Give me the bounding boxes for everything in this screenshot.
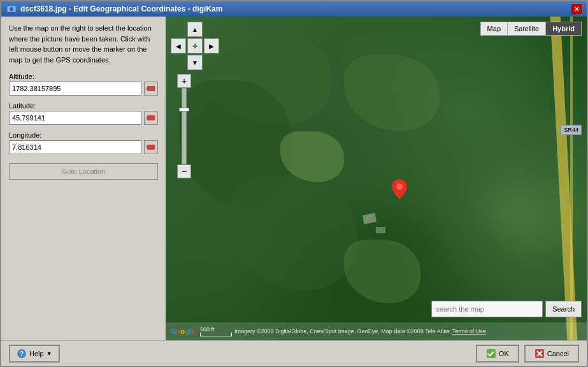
main-content: Use the map on the right to select the l… xyxy=(1,17,587,340)
longitude-input[interactable] xyxy=(9,140,141,154)
cancel-icon xyxy=(534,349,545,359)
app-icon xyxy=(6,4,17,14)
road xyxy=(550,17,578,340)
altitude-input[interactable] xyxy=(9,82,141,96)
zoom-slider[interactable] xyxy=(182,88,187,164)
window-title: dscf3618.jpg - Edit Geographical Coordin… xyxy=(20,4,222,13)
scale-label: 500 ft xyxy=(200,326,215,333)
map-image: SR44 SR44 xyxy=(166,17,587,340)
titlebar: dscf3618.jpg - Edit Geographical Coordin… xyxy=(1,1,587,17)
nav-controls: ▲ ◀ ✛ ▶ ▼ xyxy=(171,22,219,70)
pin-icon xyxy=(392,179,407,199)
cancel-label: Cancel xyxy=(547,350,569,357)
left-panel: Use the map on the right to select the l… xyxy=(1,17,166,340)
google-logo: G o o g l e xyxy=(171,327,195,335)
terrain-patch xyxy=(344,240,420,303)
bottom-bar: ? Help ▼ OK Cancel xyxy=(1,340,587,366)
titlebar-left: dscf3618.jpg - Edit Geographical Coordin… xyxy=(6,4,222,14)
action-buttons: OK Cancel xyxy=(476,345,579,363)
zoom-controls: + − xyxy=(177,74,191,178)
nav-empty-tl xyxy=(171,22,186,37)
building xyxy=(376,227,385,233)
latitude-input[interactable] xyxy=(9,111,141,125)
road-badge-top: SR44 xyxy=(561,125,582,135)
location-marker[interactable] xyxy=(392,179,407,199)
latitude-clear-button[interactable] xyxy=(144,111,158,125)
longitude-clear-button[interactable] xyxy=(144,140,158,154)
main-window: dscf3618.jpg - Edit Geographical Coordin… xyxy=(0,0,588,367)
map-view-controls: Map Satellite Hybrid xyxy=(480,22,582,36)
nav-right-button[interactable]: ▶ xyxy=(204,38,219,54)
altitude-clear-button[interactable] xyxy=(144,82,158,96)
help-button[interactable]: ? Help ▼ xyxy=(9,345,60,363)
goto-location-button[interactable]: Goto Location xyxy=(9,163,158,180)
terms-link[interactable]: Terms of Use xyxy=(452,328,486,335)
satellite-mode-button[interactable]: Satellite xyxy=(507,22,545,36)
scale-bar: 500 ft xyxy=(200,326,232,336)
cancel-button[interactable]: Cancel xyxy=(524,345,579,363)
longitude-label: Longitude: xyxy=(9,131,158,139)
search-button[interactable]: Search xyxy=(545,301,582,317)
clear-icon xyxy=(147,113,155,122)
ok-button[interactable]: OK xyxy=(476,345,519,363)
nav-empty-br xyxy=(204,55,219,70)
latitude-label: Latitude: xyxy=(9,102,158,110)
search-bar: Search xyxy=(431,301,582,317)
building xyxy=(362,213,376,224)
altitude-label: Altitude: xyxy=(9,73,158,80)
help-label: Help xyxy=(29,350,44,357)
svg-text:?: ? xyxy=(20,350,24,357)
search-input[interactable] xyxy=(431,301,543,317)
map-mode-button[interactable]: Map xyxy=(480,22,507,36)
nav-center-button[interactable]: ✛ xyxy=(187,38,203,54)
map-container[interactable]: SR44 SR44 Map Satellite Hybrid ▲ ◀ ✛ ▶ ▼ xyxy=(166,17,587,340)
altitude-field-group: Altitude: xyxy=(9,73,158,98)
longitude-field-group: Longitude: xyxy=(9,131,158,157)
help-icon: ? xyxy=(17,349,27,359)
clear-icon xyxy=(147,143,155,152)
nav-up-button[interactable]: ▲ xyxy=(187,22,203,37)
nav-down-button[interactable]: ▼ xyxy=(187,55,203,70)
help-arrow: ▼ xyxy=(47,350,52,357)
terrain-patch xyxy=(229,176,357,291)
latitude-field-group: Latitude: xyxy=(9,102,158,127)
svg-point-9 xyxy=(396,184,403,190)
hybrid-mode-button[interactable]: Hybrid xyxy=(545,22,582,36)
instructions-text: Use the map on the right to select the l… xyxy=(9,23,158,65)
terrain-patch xyxy=(344,55,440,131)
clear-icon xyxy=(147,84,155,93)
nav-empty-tr xyxy=(204,22,219,37)
scale-line xyxy=(200,333,232,336)
zoom-handle[interactable] xyxy=(179,108,189,112)
nav-left-button[interactable]: ◀ xyxy=(171,38,186,54)
latitude-row xyxy=(9,111,158,125)
close-button[interactable]: ✕ xyxy=(571,4,582,14)
zoom-out-button[interactable]: − xyxy=(177,164,191,178)
ok-icon xyxy=(486,349,496,359)
road-line xyxy=(570,17,573,340)
ok-label: OK xyxy=(499,350,509,357)
longitude-row xyxy=(9,140,158,154)
altitude-row xyxy=(9,82,158,96)
map-attribution: Imagery ©2008 DigitalGlobe, Cnes/Spot Im… xyxy=(234,328,450,335)
nav-empty-bl xyxy=(171,55,186,70)
zoom-in-button[interactable]: + xyxy=(177,74,191,88)
map-footer: G o o g l e 500 ft Imagery ©2008 Digital… xyxy=(166,322,587,340)
svg-point-2 xyxy=(10,7,13,11)
